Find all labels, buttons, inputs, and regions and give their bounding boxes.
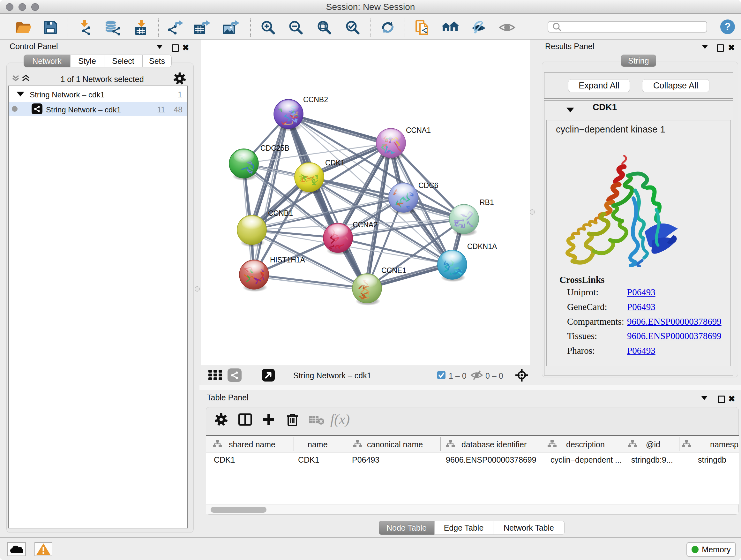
svg-text:HIST1H1A: HIST1H1A xyxy=(270,256,306,264)
svg-text:CDK1: CDK1 xyxy=(325,159,345,167)
svg-text:CCNA1: CCNA1 xyxy=(406,126,431,134)
svg-text:CCNE1: CCNE1 xyxy=(381,266,406,274)
svg-text:?: ? xyxy=(724,21,731,32)
svg-text:CDC6: CDC6 xyxy=(418,181,439,190)
svg-text:CCNB1: CCNB1 xyxy=(268,209,293,217)
svg-text:CDC25B: CDC25B xyxy=(260,144,289,152)
svg-text:RB1: RB1 xyxy=(480,198,494,206)
svg-text:CDKN1A: CDKN1A xyxy=(467,242,497,251)
svg-text:CCNB2: CCNB2 xyxy=(303,96,328,104)
svg-text:CCNA2: CCNA2 xyxy=(353,221,378,229)
